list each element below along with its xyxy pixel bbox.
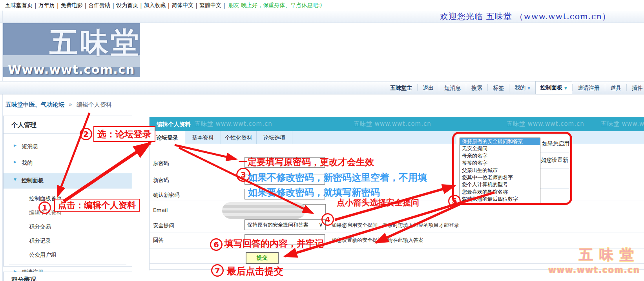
site-logo[interactable]: 五味堂 Www.wwt.com.cn bbox=[3, 23, 140, 77]
email-privacy-blur bbox=[222, 202, 305, 219]
logo-seal-text: 五味堂 bbox=[49, 24, 140, 62]
greeting-text: 朋友 晚上好，保重身体、早点休息吧:) bbox=[228, 2, 322, 9]
sidebar-subitem-credit-trade[interactable]: 积分交易 bbox=[4, 220, 132, 234]
separator: | bbox=[35, 2, 36, 9]
top-link-traditional-chinese[interactable]: 繁體中文 bbox=[199, 2, 221, 9]
panel-header: 编辑个人资料 五味堂 www.wwt.com.cn 五味堂 www.wwt.co… bbox=[150, 117, 644, 131]
separator: | bbox=[112, 2, 114, 9]
chevron-right-icon: ▶ bbox=[14, 143, 16, 147]
top-link-home[interactable]: 五味堂首页 bbox=[5, 2, 33, 9]
tab-forum-options[interactable]: 论坛选项 bbox=[257, 131, 292, 144]
nav-item-messages[interactable]: 短消息 bbox=[439, 84, 466, 91]
nav-item-props[interactable]: 道具 bbox=[605, 84, 626, 91]
annotation-step-7-text: 最后点击提交 bbox=[227, 265, 283, 277]
top-link-sponsor[interactable]: 合作赞助 bbox=[88, 2, 110, 9]
chevron-down-icon: ▼ bbox=[527, 86, 530, 90]
annotation-highlight-box bbox=[452, 132, 572, 205]
separator: | bbox=[140, 2, 142, 9]
top-link-simplified-chinese[interactable]: 简体中文 bbox=[171, 2, 193, 9]
breadcrumb: 五味堂中医、气功论坛 » 编辑个人资料 bbox=[5, 101, 112, 109]
logo-url-text: Www.wwt.com.cn bbox=[8, 62, 135, 76]
submit-button[interactable]: 提交 bbox=[246, 252, 279, 264]
label-confirm-password: 确认新密码 bbox=[153, 192, 180, 199]
top-link-bar: 五味堂首页| 万年历| 免费电影| 合作赞助| 设为首页| 加入收藏| 简体中文… bbox=[0, 0, 644, 11]
answer-help: 如您设置新的安全提问，请在此输入答案 bbox=[332, 237, 423, 244]
top-link-bookmark[interactable]: 加入收藏 bbox=[144, 2, 166, 9]
annotation-blue-line1: 如果不修改密码，新密码这里空着，不用填 bbox=[248, 171, 427, 184]
row-divider bbox=[149, 263, 644, 264]
nav-item-invite[interactable]: 邀请注册 bbox=[572, 84, 605, 91]
annotation-step-2-circle: 2 bbox=[80, 128, 92, 140]
row-divider bbox=[149, 248, 644, 248]
sidebar-subitem-credit-log[interactable]: 积分记录 bbox=[4, 234, 132, 248]
nav-item-tags[interactable]: 标签 bbox=[487, 84, 509, 91]
separator: | bbox=[223, 2, 225, 9]
annotation-step-2-box: 选：论坛登录 bbox=[93, 126, 155, 142]
nav-item-username[interactable]: 五味堂主 bbox=[385, 84, 417, 91]
row-divider bbox=[149, 232, 644, 232]
label-old-password: 原密码 bbox=[153, 160, 169, 167]
nav-item-search[interactable]: 搜索 bbox=[466, 84, 487, 91]
header-watermark: 五味堂 www.wwt.com.cn bbox=[354, 120, 431, 128]
welcome-text: 欢迎您光临 五味堂 （www.wwt.com.cn） bbox=[440, 11, 611, 22]
sidebar-item-mine[interactable]: ▶ 我的 bbox=[4, 156, 132, 170]
header-watermark: 五味堂 www.wwt.com.cn bbox=[601, 120, 644, 128]
top-link-movies[interactable]: 免费电影 bbox=[60, 2, 82, 9]
sidebar-item-control-panel[interactable]: ▼ 控制面板 bbox=[4, 173, 132, 189]
chevron-right-icon: ▶ bbox=[14, 160, 16, 164]
annotation-step-5-circle: 5 bbox=[448, 195, 461, 207]
top-link-calendar[interactable]: 万年历 bbox=[38, 2, 55, 9]
label-email: Email bbox=[153, 207, 168, 213]
security-question-help: 如果您启用安全提问，登录时需填入相应的项目才能登录 bbox=[332, 222, 459, 229]
annotation-step-7-circle: 7 bbox=[211, 264, 224, 277]
chevron-down-icon: ▼ bbox=[14, 178, 16, 181]
nav-item-control-panel[interactable]: 控制面板▼ bbox=[535, 81, 572, 94]
sidebar-credit-overview: 积分概况 bbox=[3, 272, 132, 281]
tab-basic-profile[interactable]: 基本资料 bbox=[185, 131, 221, 144]
sidebar2-header: 积分概况 bbox=[4, 272, 132, 281]
breadcrumb-forum-link[interactable]: 五味堂中医、气功论坛 bbox=[5, 101, 64, 108]
security-question-select[interactable]: 保持原有的安全提问和答案 ∨ bbox=[244, 219, 326, 230]
header-watermark: 五味堂 www.wwt.com.cn bbox=[507, 120, 584, 128]
top-link-set-homepage[interactable]: 设为首页 bbox=[116, 2, 138, 9]
annotation-step-6-text: 填写回答的内容，并牢记 bbox=[224, 237, 324, 250]
separator: | bbox=[195, 2, 197, 9]
nav-item-plugins[interactable]: 插件 bbox=[626, 84, 644, 91]
label-answer: 回答 bbox=[153, 237, 164, 244]
user-nav-bar: 五味堂主 退出 短消息 搜索 标签 我的▼ 控制面板▼ 邀请注册 道具 插件 bbox=[0, 81, 644, 94]
separator: | bbox=[57, 2, 59, 9]
nav-item-logout[interactable]: 退出 bbox=[417, 84, 439, 91]
nav-item-mine[interactable]: 我的▼ bbox=[509, 84, 535, 92]
annotation-step-3-text: 一定要填写原密码，更改才会生效 bbox=[239, 156, 374, 168]
separator: | bbox=[168, 2, 170, 9]
page-border bbox=[2, 11, 3, 281]
annotation-blue-line2: 如果要修改密码，就填写新密码 bbox=[248, 186, 380, 199]
label-new-password: 新密码 bbox=[153, 177, 169, 184]
annotation-step-1-circle: 1 bbox=[38, 201, 51, 214]
user-nav-items: 五味堂主 退出 短消息 搜索 标签 我的▼ 控制面板▼ 邀请注册 道具 插件 bbox=[385, 82, 644, 94]
row-divider bbox=[149, 218, 644, 218]
breadcrumb-current: 编辑个人资料 bbox=[77, 101, 112, 108]
breadcrumb-separator: » bbox=[69, 101, 72, 108]
annotation-step-4-circle: 4 bbox=[321, 213, 334, 226]
sidebar-subitem-public-groups[interactable]: 公众用户组 bbox=[4, 248, 132, 262]
annotation-step-4-text: 点小箭头选择安全提问 bbox=[337, 197, 419, 208]
panel-title: 编辑个人资料 bbox=[157, 121, 191, 128]
tab-personalized-profile[interactable]: 个性化资料 bbox=[221, 131, 257, 144]
welcome-banner: 欢迎您光临 五味堂 （www.wwt.com.cn） bbox=[0, 11, 644, 23]
chevron-down-icon: ▼ bbox=[564, 86, 567, 90]
label-security-question: 安全提问 bbox=[153, 222, 174, 229]
annotation-step-1-box: 点击：编辑个人资料 bbox=[54, 199, 140, 212]
annotation-step-6-circle: 6 bbox=[210, 238, 223, 251]
page: 五味堂首页| 万年历| 免费电影| 合作赞助| 设为首页| 加入收藏| 简体中文… bbox=[0, 0, 644, 281]
header-watermark: 五味堂 www.wwt.com.cn bbox=[195, 120, 272, 128]
separator: | bbox=[84, 2, 86, 9]
security-question-selected-value: 保持原有的安全提问和答案 bbox=[247, 222, 308, 228]
